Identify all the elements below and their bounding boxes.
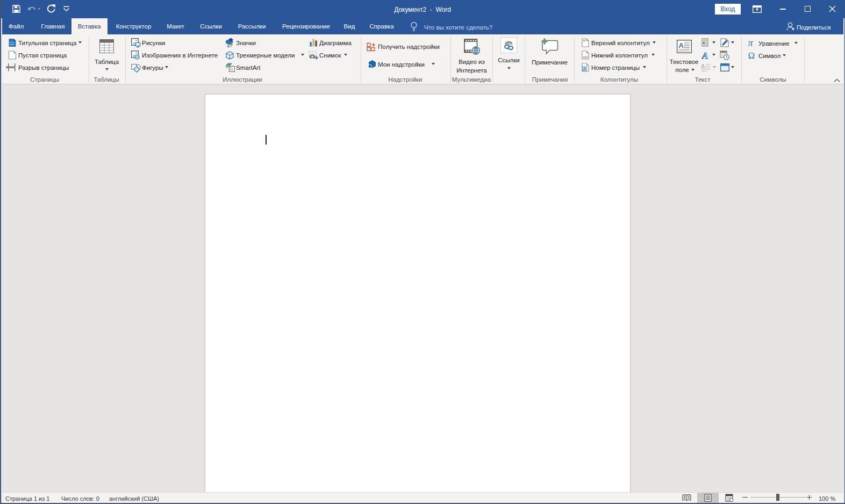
svg-text:А: А	[701, 63, 705, 69]
svg-text:A: A	[701, 51, 708, 60]
svg-text:A: A	[678, 41, 684, 49]
svg-text:Ω: Ω	[748, 51, 755, 59]
svg-text:π: π	[748, 39, 754, 47]
